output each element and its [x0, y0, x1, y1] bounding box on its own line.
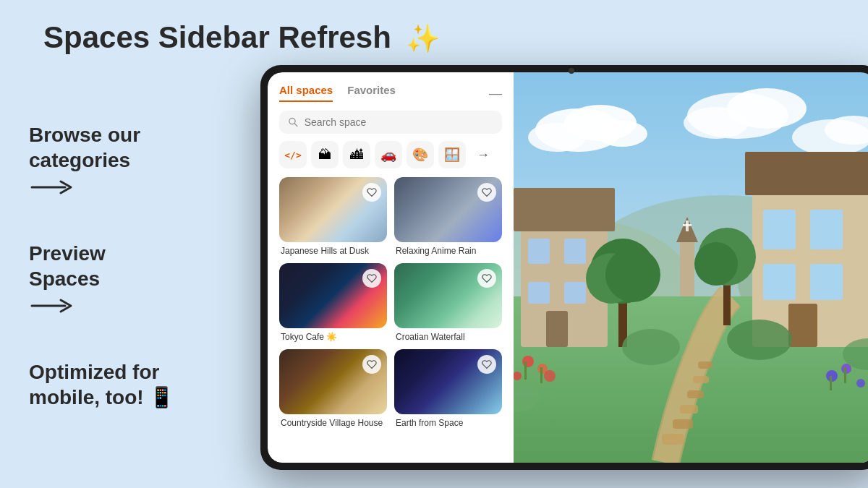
- svg-point-58: [727, 320, 792, 360]
- svg-rect-22: [514, 188, 615, 231]
- svg-rect-47: [540, 367, 542, 383]
- spaces-grid: Japanese Hills at Dusk Relaxing Anime Ra…: [268, 177, 514, 440]
- category-nature[interactable]: 🏔: [311, 141, 339, 168]
- space-title-space: Earth from Space: [394, 418, 502, 428]
- svg-rect-26: [564, 282, 586, 304]
- svg-point-45: [544, 370, 556, 382]
- tab-all-spaces[interactable]: All spaces: [279, 84, 333, 102]
- feature-mobile-text: Optimized formobile, too! 📱: [29, 359, 246, 410]
- favorite-btn-village[interactable]: [362, 355, 381, 374]
- favorite-btn-japanese[interactable]: [362, 183, 381, 202]
- arrow-icon-browse: [29, 177, 87, 197]
- space-title-japanese: Japanese Hills at Dusk: [279, 246, 387, 256]
- svg-rect-20: [698, 361, 712, 369]
- svg-rect-29: [745, 152, 868, 195]
- space-thumb-space: [394, 349, 502, 414]
- svg-rect-17: [680, 405, 698, 414]
- space-title-anime-rain: Relaxing Anime Rain: [394, 246, 502, 256]
- space-title-village: Countryside Village House: [279, 418, 387, 428]
- space-card-tokyo[interactable]: Tokyo Cafe ☀️: [279, 263, 387, 342]
- svg-point-7: [528, 123, 586, 152]
- tabs-row: All spaces Favorites: [279, 84, 396, 102]
- svg-rect-46: [524, 361, 527, 380]
- arrow-row-browse: [29, 177, 246, 197]
- svg-rect-53: [680, 239, 694, 296]
- left-panel: Browse ourcategories PreviewSpaces Optim…: [29, 0, 246, 488]
- space-card-village[interactable]: Countryside Village House: [279, 349, 387, 428]
- categories-row: </> 🏔 🏙 🚗 🎨: [268, 141, 514, 177]
- categories-nav-arrow[interactable]: →: [472, 143, 495, 166]
- svg-rect-33: [810, 264, 843, 300]
- space-card-waterfall[interactable]: Croatian Waterfall: [394, 263, 502, 342]
- space-thumb-tokyo: [279, 263, 387, 328]
- bg-scene: [514, 72, 868, 463]
- device-inner: All spaces Favorites — </>: [268, 72, 868, 463]
- tab-favorites[interactable]: Favorites: [347, 84, 396, 102]
- minimize-button[interactable]: —: [489, 87, 502, 100]
- svg-rect-27: [546, 311, 568, 347]
- camera-dot: [569, 68, 574, 74]
- svg-rect-34: [788, 304, 817, 347]
- favorite-btn-waterfall[interactable]: [477, 269, 496, 288]
- arrow-icon-preview: [29, 296, 87, 316]
- svg-point-38: [605, 247, 660, 302]
- svg-rect-23: [528, 239, 550, 264]
- feature-preview: PreviewSpaces: [29, 241, 246, 316]
- sidebar-panel: All spaces Favorites — </>: [268, 72, 514, 463]
- space-card-japanese[interactable]: Japanese Hills at Dusk: [279, 177, 387, 256]
- space-thumb-anime-rain: [394, 177, 502, 242]
- favorite-btn-tokyo[interactable]: [362, 269, 381, 288]
- arrow-row-preview: [29, 296, 246, 316]
- space-card-space[interactable]: Earth from Space: [394, 349, 502, 428]
- svg-rect-31: [810, 210, 843, 249]
- search-input[interactable]: [305, 116, 493, 128]
- svg-rect-56: [683, 224, 692, 226]
- sidebar-header: All spaces Favorites —: [268, 72, 514, 102]
- category-city[interactable]: 🏙: [343, 141, 370, 168]
- category-home[interactable]: 🪟: [438, 141, 466, 168]
- svg-point-8: [597, 121, 647, 147]
- svg-point-50: [856, 379, 865, 388]
- space-title-waterfall: Croatian Waterfall: [394, 332, 502, 342]
- space-thumb-waterfall: [394, 263, 502, 328]
- svg-rect-24: [564, 239, 586, 264]
- svg-rect-15: [662, 434, 684, 445]
- phone-emoji: 📱: [149, 386, 174, 408]
- category-art[interactable]: 🎨: [407, 141, 434, 168]
- space-thumb-village: [279, 349, 387, 414]
- svg-rect-18: [687, 390, 704, 398]
- svg-rect-32: [763, 264, 796, 300]
- svg-rect-16: [673, 419, 693, 429]
- svg-rect-52: [844, 367, 846, 383]
- space-card-anime-rain[interactable]: Relaxing Anime Rain: [394, 177, 502, 256]
- space-title-tokyo: Tokyo Cafe ☀️: [279, 332, 387, 342]
- favorite-btn-anime-rain[interactable]: [477, 183, 496, 202]
- search-icon: [288, 116, 299, 128]
- feature-browse-text: Browse ourcategories: [29, 122, 246, 173]
- svg-rect-25: [528, 282, 550, 304]
- search-bar: [279, 111, 502, 134]
- favorite-btn-space[interactable]: [477, 355, 496, 374]
- category-transport[interactable]: 🚗: [375, 141, 402, 168]
- feature-preview-text: PreviewSpaces: [29, 241, 246, 291]
- village-scene-svg: [514, 72, 868, 463]
- svg-point-57: [622, 329, 680, 365]
- svg-point-11: [684, 107, 749, 139]
- feature-browse: Browse ourcategories: [29, 122, 246, 197]
- category-code[interactable]: </>: [279, 141, 307, 168]
- svg-rect-19: [693, 376, 709, 383]
- feature-mobile: Optimized formobile, too! 📱: [29, 359, 246, 410]
- svg-point-42: [522, 356, 534, 367]
- space-thumb-japanese: [279, 177, 387, 242]
- device-frame: All spaces Favorites — </>: [260, 65, 868, 470]
- svg-point-41: [694, 242, 738, 286]
- sparkle-icon: ✨: [406, 23, 440, 53]
- svg-rect-51: [830, 376, 832, 390]
- svg-rect-30: [763, 210, 796, 249]
